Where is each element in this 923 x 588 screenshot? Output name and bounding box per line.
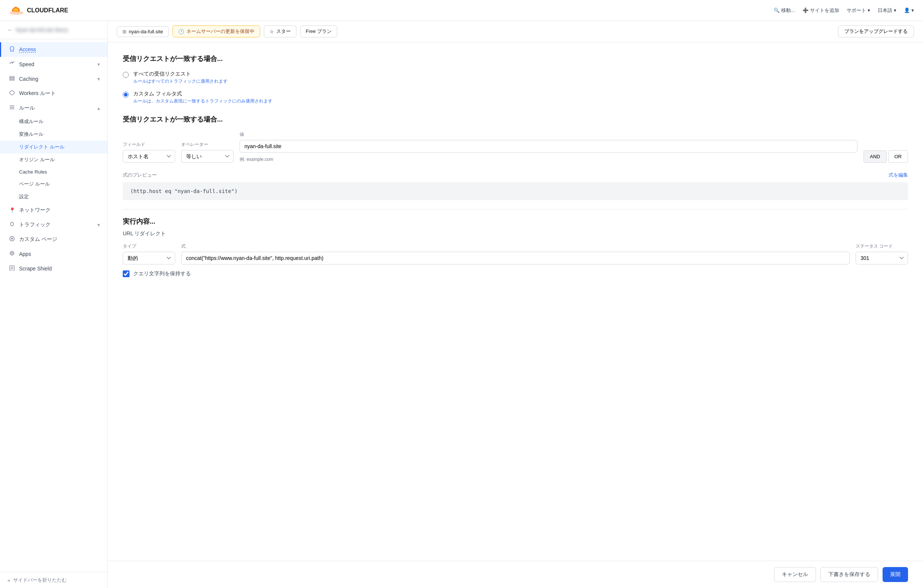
sidebar-item-scrape-shield[interactable]: Scrape Shield	[0, 261, 107, 276]
sidebar-item-label: Access	[19, 46, 36, 53]
value-input[interactable]	[240, 140, 857, 152]
all-requests-radio[interactable]	[123, 72, 129, 78]
sidebar-item-transform-rules[interactable]: 変換ルール	[0, 128, 107, 141]
nav-right: 🔍 移動... ➕ サイトを追加 サポート ▾ 日本語 ▾ 👤 ▾	[774, 7, 914, 14]
preview-header: 式のプレビュー 式を編集	[123, 172, 908, 179]
sidebar-item-workers[interactable]: Workers ルート	[0, 86, 107, 101]
cancel-button[interactable]: キャンセル	[774, 567, 816, 582]
access-icon	[8, 46, 15, 53]
expr-label: 式	[181, 243, 850, 249]
chevron-down-icon: ▾	[912, 8, 914, 13]
action-section: 実行内容... URL リダイレクト タイプ 動的 式 ステータス コード 30…	[123, 217, 908, 277]
section-title-2: 受信リクエストが一致する場合...	[123, 115, 908, 124]
domain-icon: ⊞	[122, 29, 126, 34]
sidebar-item-origin-rules[interactable]: オリジン ルール	[0, 153, 107, 166]
chevron-down-icon: ▾	[97, 76, 100, 82]
user-icon: 👤	[904, 8, 910, 13]
edit-expression-button[interactable]: 式を編集	[889, 172, 908, 179]
sidebar-item-config-rules[interactable]: 構成ルール	[0, 115, 107, 128]
site-name: Nyan-da-full.site blurry	[16, 27, 68, 33]
action-subtitle: URL リダイレクト	[123, 231, 908, 237]
sidebar-item-custom-pages[interactable]: カスタム ページ	[0, 232, 107, 246]
chevron-down-icon: ▾	[97, 61, 100, 67]
chevron-down-icon: ▾	[894, 8, 897, 13]
sidebar-site-header: ← Nyan-da-full.site blurry	[0, 21, 107, 39]
domain-tab[interactable]: ⊞ nyan-da-full.site	[117, 26, 169, 37]
hint-text: 例: example.com	[240, 156, 857, 163]
sidebar-nav: Access Speed ▾	[0, 39, 107, 572]
rules-icon	[8, 104, 15, 111]
status-code-select[interactable]: 301	[856, 252, 908, 264]
request-match-radio-group: すべての受信リクエスト ルールはすべてのトラフィックに適用されます カスタム フ…	[123, 71, 908, 104]
sidebar-item-label: Caching	[19, 76, 38, 82]
value-label: 値	[240, 131, 857, 138]
field-select[interactable]: ホスト名	[123, 150, 175, 163]
chevron-up-icon: ▴	[97, 105, 100, 111]
top-nav: CLOUDFLARE 🔍 移動... ➕ サイトを追加 サポート ▾ 日本語 ▾…	[0, 0, 923, 21]
chevron-down-icon: ▾	[97, 222, 100, 228]
custom-filter-desc: ルールは、カスタム表現に一致するトラフィックにのみ適用されます	[133, 98, 273, 104]
cloudflare-logo: CLOUDFLARE	[9, 5, 68, 16]
sidebar-item-traffic[interactable]: トラフィック ▾	[0, 217, 107, 232]
custom-filter-radio[interactable]	[123, 92, 129, 98]
preserve-query-label[interactable]: クエリ文字列を保持する	[133, 270, 191, 277]
sidebar-item-page-rules[interactable]: ページ ルール	[0, 178, 107, 190]
plan-badge: Free プラン	[300, 25, 337, 38]
preview-section: 式のプレビュー 式を編集 (http.host eq "nyan-da-full…	[123, 172, 908, 200]
nameserver-badge: 🕐 ネームサーバーの更新を保留中	[172, 25, 260, 38]
sidebar-item-caching[interactable]: Caching ▾	[0, 72, 107, 86]
sidebar-item-apps[interactable]: Apps	[0, 246, 107, 261]
collapse-icon: «	[8, 578, 10, 583]
svg-marker-4	[10, 90, 14, 95]
search-btn[interactable]: 🔍 移動...	[774, 7, 795, 14]
all-requests-title: すべての受信リクエスト	[133, 71, 228, 77]
site-tabs-bar: ⊞ nyan-da-full.site 🕐 ネームサーバーの更新を保留中 ☆ ス…	[108, 21, 923, 42]
sidebar-item-label: Workers ルート	[19, 90, 56, 97]
sidebar-item-cache-rules[interactable]: Cache Rules	[0, 166, 107, 178]
sidebar-item-speed[interactable]: Speed ▾	[0, 57, 107, 72]
support-btn[interactable]: サポート ▾	[847, 7, 870, 14]
sidebar-item-rules[interactable]: ルール ▴	[0, 101, 107, 115]
plus-icon: ➕	[803, 8, 808, 13]
user-menu-btn[interactable]: 👤 ▾	[904, 8, 914, 13]
caching-icon	[8, 75, 15, 82]
all-requests-label: すべての受信リクエスト ルールはすべてのトラフィックに適用されます	[133, 71, 228, 85]
sidebar: ← Nyan-da-full.site blurry Access	[0, 21, 108, 588]
value-group: 値 例: example.com	[240, 131, 857, 163]
search-icon: 🔍	[774, 8, 780, 13]
sidebar-item-redirect-rules[interactable]: リダイレクト ルール	[0, 141, 107, 153]
type-group: タイプ 動的	[123, 243, 175, 264]
sidebar-collapse-btn[interactable]: « サイドバーを折りたたむ	[0, 572, 107, 588]
and-or-buttons: AND OR	[864, 151, 908, 163]
svg-point-9	[10, 251, 14, 255]
sidebar-item-access[interactable]: Access	[0, 42, 107, 57]
and-button[interactable]: AND	[864, 151, 886, 163]
status-code-label: ステータス コード	[856, 243, 908, 249]
back-button[interactable]: ←	[8, 27, 13, 33]
star-button[interactable]: ☆ スター	[264, 25, 296, 38]
field-group: フィールド ホスト名	[123, 141, 175, 163]
main-layout: ← Nyan-da-full.site blurry Access	[0, 21, 923, 588]
traffic-icon	[8, 221, 15, 228]
language-btn[interactable]: 日本語 ▾	[878, 7, 897, 14]
svg-rect-2	[10, 78, 14, 79]
operator-group: オペレーター 等しい	[181, 141, 233, 163]
or-button[interactable]: OR	[888, 151, 908, 163]
type-label: タイプ	[123, 243, 175, 249]
deploy-button[interactable]: 展開	[883, 567, 908, 582]
svg-rect-3	[10, 79, 14, 80]
add-site-btn[interactable]: ➕ サイトを追加	[803, 7, 839, 14]
sidebar-item-network[interactable]: 📍 ネットワーク	[0, 203, 107, 217]
main-content: 受信リクエストが一致する場合... すべての受信リクエスト ルールはすべてのトラ…	[108, 42, 923, 561]
filter-form-row: フィールド ホスト名 オペレーター 等しい 値 例: example.com A…	[123, 131, 908, 163]
all-requests-desc: ルールはすべてのトラフィックに適用されます	[133, 78, 228, 85]
type-select[interactable]: 動的	[123, 252, 175, 264]
sidebar-item-settings[interactable]: 設定	[0, 190, 107, 203]
save-draft-button[interactable]: 下書きを保存する	[820, 567, 878, 582]
expr-input[interactable]	[181, 252, 850, 264]
apps-icon	[8, 250, 15, 257]
preserve-query-checkbox[interactable]	[123, 270, 130, 277]
upgrade-button[interactable]: プランをアップグレードする	[838, 25, 914, 38]
operator-select[interactable]: 等しい	[181, 150, 233, 163]
custom-filter-option: カスタム フィルタ式 ルールは、カスタム表現に一致するトラフィックにのみ適用され…	[123, 90, 908, 104]
